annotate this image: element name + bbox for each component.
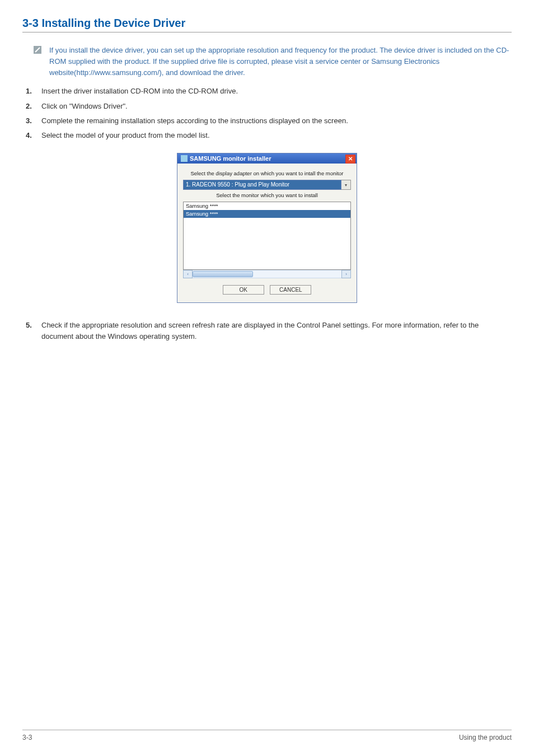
step-text: Complete the remaining installation step…	[41, 116, 348, 125]
cancel-button[interactable]: CANCEL	[270, 285, 311, 295]
chevron-left-icon: ‹	[187, 272, 189, 277]
scroll-thumb[interactable]	[193, 271, 253, 277]
step-item: 5. Check if the appropriate resolution a…	[26, 320, 512, 342]
step-item: 4.Select the model of your product from …	[36, 130, 512, 141]
app-icon	[181, 155, 188, 162]
step-item: 3.Complete the remaining installation st…	[36, 116, 512, 126]
monitor-listbox[interactable]: Samsung **** Samsung ****	[183, 202, 351, 270]
dialog-title-text: SAMSUNG monitor installer	[190, 153, 345, 164]
scroll-track[interactable]	[193, 270, 341, 278]
dialog-titlebar: SAMSUNG monitor installer ✕	[177, 153, 357, 164]
installer-dialog-screenshot: SAMSUNG monitor installer ✕ Select the d…	[177, 153, 357, 303]
step-text: Check if the appropriate resolution and …	[41, 321, 479, 340]
list-item[interactable]: Samsung ****	[184, 202, 350, 210]
step-text: Insert the driver installation CD-ROM in…	[41, 87, 238, 95]
note-icon	[34, 46, 41, 54]
svg-point-1	[36, 51, 37, 52]
page-heading: 3-3 Installing the Device Driver	[22, 17, 512, 30]
chevron-down-icon: ▾	[345, 183, 347, 188]
close-button[interactable]: ✕	[345, 155, 355, 164]
step-text: Click on "Windows Driver".	[41, 102, 128, 110]
horizontal-scrollbar[interactable]: ‹ ›	[183, 270, 351, 278]
monitor-label: Select the monitor which you want to ins…	[183, 192, 351, 198]
combobox-dropdown-button[interactable]: ▾	[341, 180, 351, 190]
footer-page-number: 3-3	[22, 734, 32, 741]
note-text: If you install the device driver, you ca…	[49, 45, 512, 78]
heading-rule	[22, 32, 512, 32]
scroll-right-button[interactable]: ›	[341, 270, 351, 278]
adapter-combobox-value: 1. RADEON 9550 : Plug and Play Monitor	[183, 180, 341, 190]
step-item: 1.Insert the driver installation CD-ROM …	[36, 86, 512, 96]
close-icon: ✕	[348, 154, 353, 164]
adapter-label: Select the display adapter on which you …	[183, 170, 351, 176]
step-text: Select the model of your product from th…	[41, 131, 210, 139]
list-item[interactable]: Samsung ****	[184, 210, 350, 218]
footer-section-title: Using the product	[459, 734, 512, 741]
step-item: 2.Click on "Windows Driver".	[36, 101, 512, 111]
adapter-combobox[interactable]: 1. RADEON 9550 : Plug and Play Monitor ▾	[183, 180, 351, 190]
ok-button[interactable]: OK	[223, 285, 264, 295]
chevron-right-icon: ›	[345, 272, 347, 277]
scroll-left-button[interactable]: ‹	[183, 270, 193, 278]
